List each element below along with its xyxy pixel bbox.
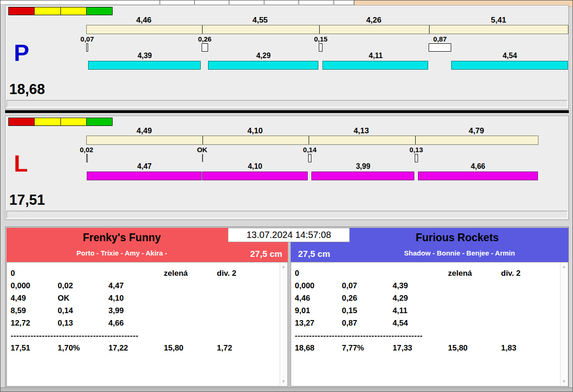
change-marker — [202, 43, 209, 52]
run-timestamp: 13.07.2024 14:57:08 — [228, 228, 350, 242]
start-lights — [8, 118, 113, 126]
result-cell: 15,80 — [164, 342, 217, 354]
entry-time: 4,49 — [86, 126, 202, 136]
change-marker — [415, 154, 418, 162]
result-cell: 4,10 — [108, 292, 164, 304]
status-light — [34, 7, 60, 15]
entry-time: 4,26 — [319, 16, 429, 25]
result-cell: 0,000 — [295, 279, 342, 292]
lane-total-time: 18,68 — [9, 81, 45, 98]
separator-line: ----------------------------------------… — [11, 329, 277, 342]
result-row: 13,270,874,54 — [295, 317, 558, 329]
result-cell: 4,54 — [393, 317, 448, 329]
result-cell — [164, 279, 217, 292]
segment-divider — [429, 25, 430, 34]
lane-footer-strip — [6, 100, 567, 107]
change-tick — [202, 154, 203, 162]
result-row: 0zelenádiv. 2 — [11, 267, 277, 279]
start-lights — [8, 7, 113, 15]
result-cell: 0,15 — [342, 304, 393, 317]
scroll-down-button[interactable]: ▼ — [280, 378, 287, 385]
result-cell: 17,51 — [11, 342, 58, 354]
change-time-labels: 0,02OK0,140,13 — [6, 146, 568, 154]
result-row: 4,49OK4,10 — [11, 292, 277, 304]
result-cell: 15,80 — [448, 342, 501, 354]
segment-divider — [319, 25, 320, 34]
result-cell: 0,26 — [342, 292, 393, 304]
change-marker — [319, 43, 322, 52]
status-light — [34, 118, 60, 126]
result-cell: 4,46 — [295, 292, 342, 304]
segment-divider — [202, 25, 203, 34]
dog-time: 4,11 — [322, 52, 429, 60]
result-cell — [342, 267, 393, 279]
result-row: 0,0000,074,39 — [295, 279, 558, 292]
result-cell: 9,01 — [295, 304, 342, 317]
lane-total-time: 17,51 — [9, 192, 45, 208]
result-cell — [501, 292, 558, 304]
dog-time-labels: 4,474,103,994,66 — [6, 162, 568, 171]
result-cell — [501, 317, 558, 329]
top-strip-tick — [264, 0, 264, 5]
result-cell: 4,29 — [393, 292, 448, 304]
result-cell — [501, 279, 558, 292]
dog-time-bar — [208, 61, 318, 70]
result-cell — [164, 292, 217, 304]
entry-time: 4,46 — [86, 16, 202, 25]
status-light — [8, 118, 35, 126]
entry-time-labels: 4,464,554,265,41 — [6, 16, 568, 24]
change-time: 0,26 — [186, 35, 223, 43]
change-marker — [308, 154, 312, 162]
segment-divider — [415, 136, 416, 144]
result-cell: 4,47 — [108, 279, 164, 292]
scroll-up-button[interactable]: ▲ — [561, 263, 567, 270]
scroll-down-button[interactable]: ▼ — [561, 378, 567, 385]
entry-time: 4,55 — [202, 16, 319, 25]
scrollbar[interactable]: ▲ ▼ — [560, 263, 567, 385]
change-time-markers — [6, 154, 568, 163]
result-cell — [164, 317, 217, 329]
lane-divider — [5, 110, 569, 113]
scrollbar[interactable]: ▲ ▼ — [280, 263, 287, 385]
segment-divider — [203, 136, 203, 144]
change-time: 0,14 — [291, 146, 328, 154]
result-row: 9,010,154,11 — [295, 304, 558, 317]
change-time: 0,13 — [398, 146, 435, 154]
status-light — [8, 7, 35, 15]
result-cell: div. 2 — [501, 267, 558, 279]
dog-time: 4,10 — [202, 162, 308, 171]
entry-time-bar — [86, 136, 538, 145]
change-time-labels: 0,070,260,150,87 — [6, 35, 568, 43]
jump-height: 27,5 cm — [298, 249, 330, 259]
top-strip-tick — [334, 0, 334, 5]
dog-time: 4,66 — [418, 162, 538, 171]
status-light — [60, 7, 87, 15]
top-strip-tick — [298, 0, 299, 5]
result-cell — [448, 292, 501, 304]
result-cell: 18,68 — [295, 342, 342, 354]
result-cell — [448, 304, 501, 317]
result-cell: 7,77% — [342, 342, 393, 354]
result-cell: zelená — [164, 267, 217, 279]
entry-time-bar — [86, 25, 568, 34]
entry-time: 4,79 — [415, 126, 538, 136]
change-marker — [86, 154, 88, 162]
top-strip-tick — [160, 0, 160, 5]
dog-time: 4,29 — [208, 52, 319, 60]
result-cell: 4,66 — [108, 317, 164, 329]
result-cell: zelená — [448, 267, 501, 279]
result-cell — [217, 317, 277, 329]
timing-app-window: P 4,464,554,265,41 0,070,260,150,87 4,39… — [0, 0, 573, 392]
dog-time-labels: 4,394,294,114,54 — [6, 52, 568, 60]
dog-time-bar — [322, 61, 428, 70]
change-time: 0,15 — [302, 35, 339, 43]
scroll-up-button[interactable]: ▲ — [280, 263, 287, 270]
result-cell: 3,99 — [108, 304, 164, 317]
result-cell: 0 — [11, 267, 58, 279]
dog-time: 4,39 — [88, 52, 202, 60]
result-row: 12,720,134,66 — [11, 317, 277, 329]
result-row: 18,687,77%17,3315,801,83 — [295, 342, 558, 354]
result-cell: 1,83 — [501, 342, 558, 354]
result-cell: div. 2 — [217, 267, 277, 279]
result-cell: 4,39 — [393, 279, 448, 292]
